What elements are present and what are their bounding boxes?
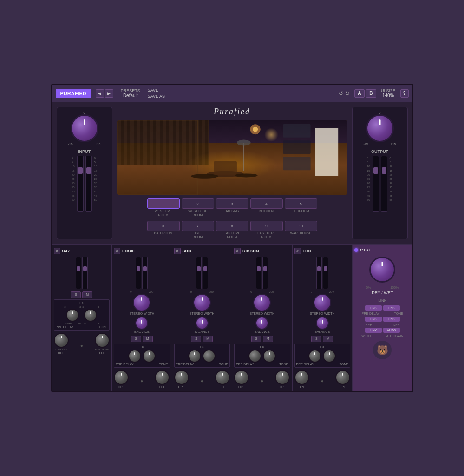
room-label-3: HALLWAY	[224, 209, 239, 213]
ribbon-lpf-knob[interactable]	[275, 370, 290, 385]
room-button-5[interactable]: 5	[285, 198, 317, 209]
u47-mute-button[interactable]: M	[82, 291, 92, 298]
ldc-fx-label: FX	[296, 345, 349, 349]
ribbon-phase-button[interactable]: ø	[234, 248, 241, 254]
u47-predelay-knob[interactable]	[66, 309, 79, 322]
ribbon-mute-button[interactable]: M	[263, 336, 273, 342]
u47-fader-left[interactable]	[76, 257, 81, 289]
ctrl-predelay-link-label: PRE DELAY	[362, 312, 380, 315]
room-button-4[interactable]: 4	[250, 198, 283, 209]
u47-solo-button[interactable]: S	[71, 291, 81, 298]
room-button-1[interactable]: 1	[147, 198, 180, 209]
ctrl-link-tone-button[interactable]: LINK	[383, 305, 400, 311]
room-label-8: EAST LIVEROOM	[224, 231, 240, 239]
u47-lpf-knob[interactable]	[95, 333, 110, 348]
u47-tone-section: 33 -1212	[82, 305, 99, 325]
output-knob[interactable]	[366, 114, 394, 142]
ribbon-hpf-knob[interactable]	[234, 370, 249, 385]
louie-hpf-knob[interactable]	[114, 370, 129, 385]
sdc-stereowidth-knob[interactable]	[193, 294, 211, 311]
sdc-predelay-knob[interactable]	[188, 350, 201, 363]
u47-tone-knob[interactable]	[84, 309, 97, 322]
louie-lpf-knob[interactable]	[155, 370, 170, 385]
u47-fader-right[interactable]	[82, 257, 88, 289]
ctrl-width-link-label: WIDTH	[361, 334, 372, 337]
sdc-tone-knob[interactable]	[203, 350, 216, 363]
ui-size-value[interactable]: 140%	[382, 93, 394, 98]
sdc-fader-right[interactable]	[203, 257, 208, 289]
ribbon-stereowidth-knob[interactable]	[253, 294, 271, 311]
save-as-button[interactable]: SAVE AS	[148, 93, 165, 99]
louie-tone-knob[interactable]	[143, 350, 156, 363]
ribbon-fader-right[interactable]	[262, 257, 268, 289]
louie-phase-button[interactable]: ø	[114, 248, 120, 254]
louie-mute-button[interactable]: M	[143, 336, 153, 342]
ab-a-button[interactable]: A	[354, 89, 365, 98]
louie-balance-knob[interactable]	[135, 317, 148, 330]
ctrl-drywet-knob[interactable]	[369, 257, 395, 283]
louie-solo-button[interactable]: S	[131, 336, 141, 342]
ctrl-link-lpf-button[interactable]: LINK	[383, 317, 400, 322]
sdc-phase-button[interactable]: ø	[174, 248, 181, 254]
ab-b-button[interactable]: B	[366, 89, 376, 98]
ribbon-tone-knob[interactable]	[263, 350, 276, 363]
ldc-mute-button[interactable]: M	[323, 336, 333, 342]
louie-stereowidth-knob[interactable]	[133, 294, 150, 311]
u47-phase-button[interactable]: ø	[54, 248, 60, 254]
undo-button[interactable]: ↺	[339, 90, 343, 97]
output-fader-right[interactable]	[381, 156, 387, 212]
input-knob[interactable]	[71, 114, 98, 142]
ribbon-balance-knob[interactable]	[255, 317, 268, 330]
ldc-predelay-knob[interactable]	[308, 350, 321, 363]
sdc-lpf-knob[interactable]	[215, 370, 230, 385]
sdc-mute-button[interactable]: M	[203, 336, 213, 342]
ldc-balance-knob[interactable]	[316, 317, 329, 330]
louie-fader-right[interactable]	[142, 257, 148, 289]
ctrl-link-hpf-button[interactable]: LINK	[365, 317, 382, 322]
ldc-lpf-knob[interactable]	[335, 370, 350, 385]
louie-predelay-knob[interactable]	[128, 350, 141, 363]
presets-value[interactable]: Default	[123, 93, 138, 98]
room-button-9[interactable]: 9	[250, 221, 283, 231]
ldc-fader-left[interactable]	[316, 257, 322, 289]
input-fader-right[interactable]	[85, 156, 92, 212]
ribbon-predelay-knob[interactable]	[248, 350, 261, 363]
output-fader-left[interactable]	[373, 156, 379, 212]
room-button-8[interactable]: 8	[216, 221, 248, 231]
u47-hpf-knob[interactable]	[54, 333, 69, 348]
sdc-solo-button[interactable]: S	[191, 336, 201, 342]
louie-lpf-label: LPF	[159, 385, 165, 389]
ldc-fader-right[interactable]	[323, 257, 328, 289]
ldc-tone-knob[interactable]	[323, 350, 336, 363]
louie-sm-buttons: S M	[114, 336, 170, 342]
room-button-10[interactable]: 10	[285, 221, 317, 231]
ctrl-autogain-button[interactable]: AUTO	[383, 328, 400, 333]
ctrl-link-predelay-button[interactable]: LINK	[365, 305, 382, 311]
u47-predelay-label: PRE DELAY	[56, 325, 74, 329]
svg-rect-7	[283, 124, 311, 138]
redo-button[interactable]: ↻	[345, 90, 350, 97]
save-button[interactable]: SAVE	[148, 87, 165, 93]
ribbon-faders	[234, 257, 290, 289]
plugin-container: PURAFIED ◀ ▶ PRESETS Default SAVE SAVE A…	[51, 84, 413, 392]
room-button-3[interactable]: 3	[216, 198, 248, 209]
ribbon-solo-button[interactable]: S	[251, 336, 261, 342]
room-button-7[interactable]: 7	[182, 221, 214, 231]
ldc-stereowidth-knob[interactable]	[314, 294, 331, 311]
sdc-fader-left[interactable]	[196, 257, 202, 289]
ldc-hpf-knob[interactable]	[294, 370, 309, 385]
ribbon-fader-left[interactable]	[256, 257, 261, 289]
ctrl-link-width-button[interactable]: LINK	[365, 328, 382, 333]
input-fader-left[interactable]	[77, 156, 84, 212]
louie-fader-left[interactable]	[136, 257, 141, 289]
ldc-phase-button[interactable]: ø	[294, 248, 301, 254]
ribbon-fx-label: FX	[236, 345, 288, 349]
room-button-6[interactable]: 6	[147, 221, 180, 231]
nav-next-button[interactable]: ▶	[105, 89, 113, 98]
room-button-2[interactable]: 2	[182, 198, 214, 209]
nav-prev-button[interactable]: ◀	[96, 89, 104, 98]
sdc-hpf-knob[interactable]	[174, 370, 189, 385]
help-button[interactable]: ?	[400, 89, 409, 98]
sdc-balance-knob[interactable]	[196, 317, 209, 330]
ldc-solo-button[interactable]: S	[311, 336, 321, 342]
